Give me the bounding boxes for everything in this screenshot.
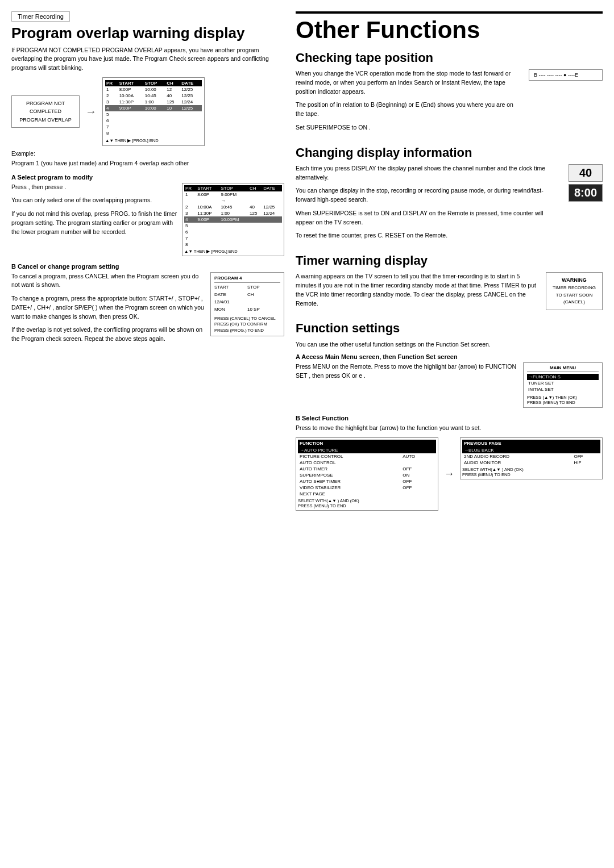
tape-position-indicator: B ---- ---- ---- ● ----E (529, 69, 603, 81)
func-section-b: B Select Function Press to move the high… (296, 415, 603, 511)
section-b-title: B Cancel or change program setting (11, 263, 284, 270)
checking-tape-text2: The position of in relation to B (Beginn… (296, 101, 522, 119)
warning-line1: TIMER RECORDING (551, 285, 598, 292)
timer-warning-text1: A warning appears on the TV screen to te… (296, 272, 539, 308)
program-box-line1: PROGRAM NOT COMPLETED (16, 99, 74, 116)
example-label: Example: (11, 151, 284, 157)
intro-text: If PROGRAM NOT COMPLETED PROGRAM OVERLAP… (11, 46, 284, 73)
main-menu-title: MAIN MENU (527, 365, 599, 372)
p4-stop-label: STOP (247, 284, 280, 291)
right-header: Other Functions (296, 11, 603, 42)
changing-display-text1: Each time you press DISPLAY the display … (296, 164, 562, 182)
program-overlap-table: PRSTARTSTOPCHDATE 18:00P10:001212/25 210… (102, 77, 205, 146)
display-num-clock: 8:00 (569, 184, 603, 202)
func-section-a-content: MAIN MENU →FUNCTION S TUNER SET INITIAL … (296, 362, 603, 408)
func-table-right: PREVIOUS PAGE →BLUE BACK 2ND AUDIO RECOR… (460, 437, 603, 479)
warning-line3: (CANCEL) (551, 299, 598, 306)
program-overlap-box: PROGRAM NOT COMPLETED PROGRAM OVERLAP (11, 95, 80, 128)
func-tables-arrow: → (444, 468, 454, 480)
checking-tape-text1: When you change the VCR operation mode f… (296, 69, 522, 96)
warning-display-box: WARNING TIMER RECORDING TO START SOON (C… (546, 272, 603, 310)
display-number-boxes: 40 8:00 (569, 164, 603, 202)
program4-box: PROGRAM 4 START STOP DATE CH 12/4/01 MON… (210, 272, 284, 336)
main-menu-box: MAIN MENU →FUNCTION S TUNER SET INITIAL … (523, 362, 603, 408)
checking-tape-text: When you change the VCR operation mode f… (296, 69, 522, 137)
main-menu-item-initial: INITIAL SET (527, 386, 599, 393)
timer-label: Timer Recording (11, 11, 70, 22)
p4-start-label: START (214, 284, 247, 291)
prog-select-table: PRSTARTSTOPCHDATE 18:00P9:00PM → 210:00A… (182, 183, 284, 256)
func-b-text: Press to move the highlight bar (arrow) … (296, 424, 603, 433)
function-settings-text: You can use the other useful function se… (296, 340, 603, 349)
p4-mon: MON (214, 306, 247, 314)
main-menu-item-tuner: TUNER SET (527, 380, 599, 386)
section-b: B Cancel or change program setting PROGR… (11, 263, 284, 348)
timer-warning-section: Timer warning display A warning appears … (296, 254, 603, 312)
changing-display-text3: When SUPERIMPOSE is set to ON and DISPLA… (296, 209, 562, 227)
warning-line2: TO START SOON (551, 292, 598, 299)
program4-content: START STOP DATE CH 12/4/01 MON 10 SP (214, 284, 280, 313)
main-title: Program overlap warning display (11, 25, 284, 41)
table-nav: ▲▼ THEN ▶ [PROG.] END (105, 138, 202, 143)
overlap-arrow: → (85, 105, 97, 118)
function-settings-section: Function settings You can use the other … (296, 322, 603, 511)
section-a: A Select program to modify PRSTARTSTOPCH… (11, 174, 284, 256)
changing-display-text2: You can change display in the stop, reco… (296, 186, 562, 205)
main-menu-footer: PRESS (▲▼) THEN (OK)PRESS (MENU) TO END (527, 395, 599, 405)
changing-display-row: Each time you press DISPLAY the display … (296, 164, 603, 245)
warning-title: WARNING (551, 276, 598, 284)
p4-date-val: 12/4/01 (214, 299, 247, 306)
func-section-a-title: A Access Main Menu screen, then Function… (296, 353, 603, 360)
func-a-title-text: A Access Main Menu screen, then Function… (296, 353, 458, 360)
p4-date-label: DATE (214, 291, 247, 299)
right-column: Other Functions Checking tape position W… (296, 11, 603, 857)
program4-footer: PRESS (CANCEL) TO CANCEL PRESS (OK) TO C… (214, 316, 280, 334)
timer-warning-text: A warning appears on the TV screen to te… (296, 272, 539, 312)
changing-display-section: Changing display information Each time y… (296, 146, 603, 245)
checking-tape-row: When you change the VCR operation mode f… (296, 69, 603, 137)
section-a-content: PRSTARTSTOPCHDATE 18:00P9:00PM → 210:00A… (11, 183, 284, 256)
timer-warning-title: Timer warning display (296, 254, 603, 268)
other-functions-title: Other Functions (296, 18, 603, 42)
program4-title: PROGRAM 4 (214, 275, 280, 283)
p4-sp: 10 SP (247, 306, 280, 314)
checking-tape-text3: Set SUPERIMPOSE to ON . (296, 123, 522, 132)
section-a-title: A Select program to modify (11, 174, 284, 181)
prog-select-nav: ▲▼ THEN ▶ [PROG.] END (184, 249, 282, 254)
timer-warning-row: A warning appears on the TV screen to te… (296, 272, 603, 312)
overlap-demo: PROGRAM NOT COMPLETED PROGRAM OVERLAP → … (11, 77, 284, 146)
func-right-footer: SELECT WITH(▲▼ ) AND (OK)PRESS (MENU) TO… (462, 467, 600, 477)
checking-tape-section: Checking tape position When you change t… (296, 51, 603, 137)
program-box-line2: PROGRAM OVERLAP (16, 116, 74, 124)
p4-ch-val (247, 299, 280, 306)
func-table-left: FUNCTION →AUTO PICTURE PICTURE CONTROLAU… (296, 437, 438, 511)
func-section-b-title: B Select Function (296, 415, 603, 422)
p4-ch-label: CH (247, 291, 280, 299)
main-menu-item-functions: →FUNCTION S (527, 374, 599, 380)
section-b-content: PROGRAM 4 START STOP DATE CH 12/4/01 MON… (11, 272, 284, 348)
function-settings-title: Function settings (296, 322, 603, 335)
checking-tape-title: Checking tape position (296, 51, 603, 65)
page: Timer Recording Program overlap warning … (0, 0, 614, 868)
display-num-channel: 40 (569, 164, 603, 182)
func-section-a: A Access Main Menu screen, then Function… (296, 353, 603, 408)
function-tables-container: FUNCTION →AUTO PICTURE PICTURE CONTROLAU… (296, 437, 603, 511)
example-text: Program 1 (you have just made) and Progr… (11, 159, 284, 168)
func-left-footer: SELECT WITH(▲▼ ) AND (OK)PRESS (MENU) TO… (298, 498, 436, 508)
left-column: Timer Recording Program overlap warning … (11, 11, 284, 857)
changing-display-text: Each time you press DISPLAY the display … (296, 164, 562, 245)
changing-display-title: Changing display information (296, 146, 603, 160)
changing-display-text4: To reset the time counter, pres C. RESET… (296, 231, 562, 240)
